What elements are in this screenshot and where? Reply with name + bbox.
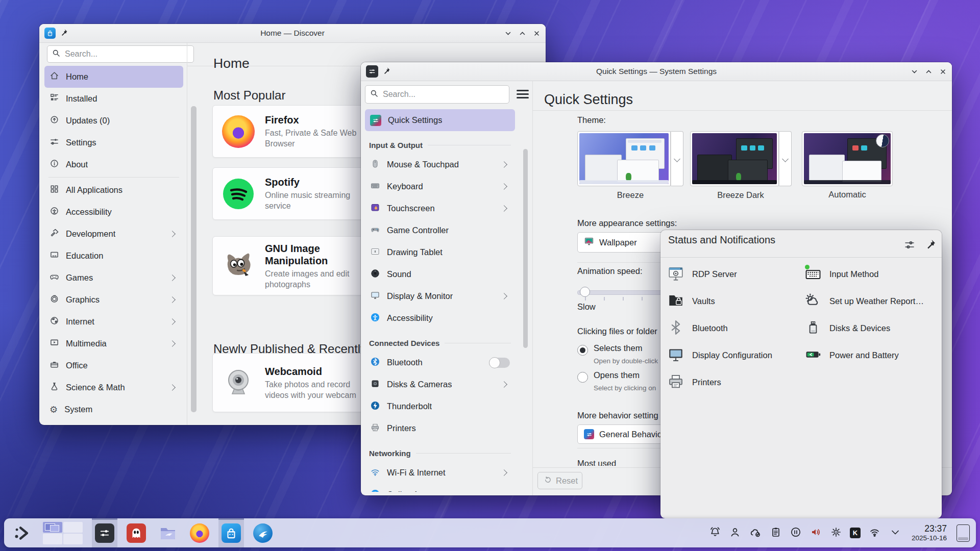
pager-desktop-3[interactable] <box>43 534 62 544</box>
popup-item-printers[interactable]: Printers <box>667 369 772 396</box>
sidebar-item-quick-settings[interactable]: Quick Settings <box>365 109 515 131</box>
sidebar-item-sound[interactable]: Sound <box>365 263 515 285</box>
task-falkon[interactable] <box>250 518 276 547</box>
bluetooth-toggle[interactable] <box>489 358 510 368</box>
sidebar-item-accessibility[interactable]: Accessibility <box>44 201 183 223</box>
expand-chevron-icon[interactable] <box>889 526 902 540</box>
system-settings-titlebar[interactable]: Quick Settings — System Settings <box>361 62 952 81</box>
minimize-icon[interactable] <box>504 30 512 37</box>
clock-date: 2025-10-16 <box>912 535 947 542</box>
radio-opens-them[interactable] <box>577 372 588 383</box>
settings-search-input[interactable] <box>382 89 504 99</box>
theme-breeze-dropdown[interactable] <box>671 131 683 186</box>
cloud-sync-icon[interactable] <box>749 526 762 540</box>
sidebar-item-education[interactable]: Education <box>44 245 183 267</box>
sidebar-item-games[interactable]: Games <box>44 267 183 289</box>
theme-breeze-dark[interactable] <box>690 131 792 186</box>
notifications-bell-icon[interactable] <box>709 526 721 540</box>
sidebar-item-keyboard[interactable]: Keyboard <box>365 176 515 197</box>
settings-search[interactable] <box>365 85 509 104</box>
sidebar-item-home[interactable]: Home <box>44 66 183 88</box>
close-icon[interactable] <box>533 30 541 37</box>
sidebar-item-all-applications[interactable]: All Applications <box>44 179 183 201</box>
maximize-icon[interactable] <box>925 68 933 76</box>
sidebar-item-thunderbolt[interactable]: Thunderbolt <box>365 395 515 417</box>
brightness-icon[interactable] <box>830 526 842 540</box>
sidebar-item-touchscreen[interactable]: Touchscreen <box>365 197 515 219</box>
pager-desktop-4[interactable] <box>63 534 83 544</box>
popup-item-display-configuration[interactable]: Display Configuration <box>667 342 772 369</box>
wallpaper-button[interactable]: Wallpaper <box>577 232 665 253</box>
scrollbar[interactable] <box>191 106 197 412</box>
slider-handle[interactable] <box>580 287 590 297</box>
task-firefox[interactable] <box>187 518 212 547</box>
sidebar-item-office[interactable]: Office <box>44 355 183 377</box>
sidebar-item-internet[interactable]: Internet <box>44 311 183 333</box>
digital-clock[interactable]: 23:37 2025-10-16 <box>912 524 947 542</box>
sidebar-divider <box>532 81 533 495</box>
task-ghostwriter[interactable] <box>124 518 149 547</box>
keyboard-layout-badge[interactable]: K <box>850 528 861 538</box>
sidebar-item-multimedia[interactable]: Multimedia <box>44 333 183 355</box>
peek-desktop-button[interactable] <box>957 524 970 542</box>
general-behavior-button[interactable]: General Behavior <box>577 424 665 444</box>
task-system-settings[interactable] <box>92 518 117 547</box>
clipboard-icon[interactable] <box>770 526 782 540</box>
maximize-icon[interactable] <box>519 30 526 37</box>
sidebar-item-printers[interactable]: Printers <box>365 417 515 439</box>
sidebar-item-settings[interactable]: Settings <box>44 132 183 154</box>
popup-item-vaults[interactable]: Vaults <box>667 288 772 315</box>
popup-item-weather[interactable]: Set up Weather Report… <box>804 288 924 315</box>
pin-icon[interactable] <box>383 67 390 77</box>
sidebar-item-game-controller[interactable]: Game Controller <box>365 219 515 241</box>
popup-item-power-battery[interactable]: Power and Battery <box>804 342 924 369</box>
user-icon[interactable] <box>729 526 741 540</box>
theme-automatic[interactable] <box>802 131 893 186</box>
configure-icon[interactable] <box>903 239 916 253</box>
sidebar-item-accessibility[interactable]: Accessibility <box>365 307 515 329</box>
sidebar-item-graphics[interactable]: Graphics <box>44 289 183 311</box>
sidebar-item-system[interactable]: ⚙ System <box>44 398 183 420</box>
chevron-right-icon <box>501 183 507 190</box>
media-pause-icon[interactable] <box>790 526 802 540</box>
discover-titlebar[interactable]: Home — Discover <box>39 24 546 43</box>
reset-button[interactable]: Reset <box>537 472 582 489</box>
wifi-icon[interactable] <box>868 526 881 540</box>
education-icon <box>50 250 59 262</box>
sidebar-scrollbar[interactable] <box>523 149 528 348</box>
sidebar-item-bluetooth[interactable]: Bluetooth <box>365 352 515 373</box>
pager-desktop-2[interactable] <box>63 522 83 533</box>
sidebar-item-display-monitor[interactable]: Display & Monitor <box>365 285 515 307</box>
minimize-icon[interactable] <box>911 68 918 76</box>
discover-search-input[interactable] <box>64 49 189 59</box>
task-discover[interactable] <box>218 518 244 547</box>
popup-item-input-method[interactable]: Input Method <box>804 261 924 288</box>
sidebar-item-science-math[interactable]: Science & Math <box>44 377 183 398</box>
theme-breeze[interactable] <box>577 131 683 186</box>
sidebar-item-online-accounts[interactable]: Online Accounts <box>365 484 515 492</box>
pin-icon[interactable] <box>925 239 936 252</box>
close-icon[interactable] <box>939 68 947 76</box>
task-dolphin[interactable] <box>155 518 181 547</box>
volume-icon[interactable] <box>810 526 822 540</box>
popup-item-disks-devices[interactable]: Disks & Devices <box>804 315 924 342</box>
sidebar-item-mouse-touchpad[interactable]: Mouse & Touchpad <box>365 154 515 176</box>
sidebar-item-about[interactable]: About <box>44 154 183 176</box>
discover-search[interactable] <box>47 45 194 63</box>
sidebar-item-disks-cameras[interactable]: Disks & Cameras <box>365 373 515 395</box>
sidebar-item-drawing-tablet[interactable]: Drawing Tablet <box>365 241 515 263</box>
sidebar-item-updates[interactable]: Updates (0) <box>44 110 183 132</box>
chevron-right-icon <box>169 340 176 347</box>
sidebar-item-wifi-internet[interactable]: Wi-Fi & Internet <box>365 462 515 484</box>
pin-icon[interactable] <box>60 29 68 38</box>
app-launcher-button[interactable] <box>10 518 34 547</box>
theme-breeze-dark-dropdown[interactable] <box>779 131 792 186</box>
virtual-desktop-pager[interactable] <box>40 518 86 547</box>
popup-item-rdp-server[interactable]: RDP Server <box>667 261 772 288</box>
popup-item-bluetooth[interactable]: Bluetooth <box>667 315 772 342</box>
radio-selects-them[interactable] <box>577 345 588 356</box>
sidebar-item-development[interactable]: Development <box>44 223 183 245</box>
pager-desktop-1[interactable] <box>43 522 62 533</box>
sidebar-item-installed[interactable]: Installed <box>44 88 183 110</box>
hamburger-menu-icon[interactable] <box>517 88 529 101</box>
